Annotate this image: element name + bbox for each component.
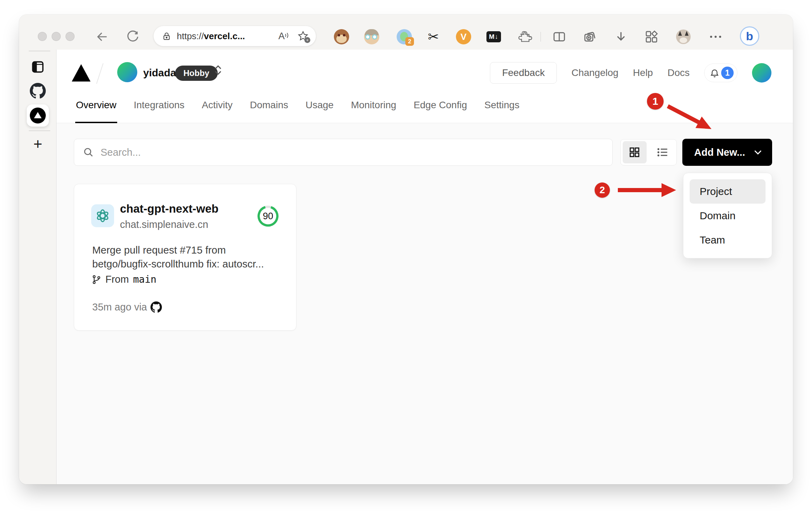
view-toggle xyxy=(620,139,677,165)
vercel-header: yidadaa Hobby Feedback Changelog Help Do… xyxy=(57,50,793,123)
team-avatar[interactable] xyxy=(117,62,137,82)
link-changelog[interactable]: Changelog xyxy=(571,67,618,78)
plus-icon: + xyxy=(33,137,42,151)
score-ring: 90 xyxy=(257,205,279,228)
apps-grid-icon xyxy=(645,30,658,44)
plan-badge: Hobby xyxy=(175,66,218,81)
search-box[interactable] xyxy=(74,139,613,166)
chevron-down-icon xyxy=(753,149,762,155)
traffic-light-minimize[interactable] xyxy=(52,32,61,41)
sidebar-item-vercel-active[interactable] xyxy=(27,104,49,127)
reload-button[interactable] xyxy=(126,30,140,44)
person-glasses-icon xyxy=(364,29,379,44)
project-domain[interactable]: chat.simplenaive.cn xyxy=(120,219,208,230)
markdown-icon: M↓ xyxy=(486,31,501,42)
list-view-button[interactable] xyxy=(651,141,675,163)
split-screen-icon xyxy=(552,30,566,44)
back-arrow-icon xyxy=(96,30,109,43)
extension-markdown[interactable]: M↓ xyxy=(486,29,501,44)
branch-name: main xyxy=(133,274,156,285)
vercel-content: Add New... xyxy=(57,123,793,484)
tab-activity[interactable]: Activity xyxy=(201,88,233,123)
sidebar-top-divider xyxy=(29,51,50,51)
globe-icon: 2 xyxy=(397,29,412,44)
search-icon xyxy=(83,146,94,158)
vercel-app-icon xyxy=(30,108,46,123)
url-host: vercel.c... xyxy=(204,31,245,41)
toolbar-divider xyxy=(541,32,541,42)
tab-monitoring[interactable]: Monitoring xyxy=(350,88,397,123)
v-circle-icon: V xyxy=(456,29,471,44)
extension-clipper[interactable]: ✂ xyxy=(426,29,441,44)
extension-tampermonkey[interactable] xyxy=(334,29,349,44)
back-button[interactable] xyxy=(95,30,109,44)
tab-usage[interactable]: Usage xyxy=(305,88,334,123)
dropdown-item-team[interactable]: Team xyxy=(690,228,766,252)
project-card[interactable]: chat-gpt-next-web chat.simplenaive.cn 90… xyxy=(74,184,296,331)
collections-icon xyxy=(582,29,597,44)
browser-sidebar: + xyxy=(19,50,57,484)
download-icon xyxy=(614,30,628,44)
cat-avatar xyxy=(676,29,691,44)
notifications-button[interactable]: 1 xyxy=(704,63,737,82)
sidebar-add-button[interactable]: + xyxy=(19,137,57,151)
sidebar-panel-button[interactable] xyxy=(19,59,57,75)
breadcrumb-slash xyxy=(96,63,103,84)
chevron-up-down-icon xyxy=(213,64,223,76)
grid-view-icon xyxy=(629,146,640,158)
tab-panel-icon xyxy=(30,59,45,75)
project-name[interactable]: chat-gpt-next-web xyxy=(120,202,218,215)
openai-logo-icon xyxy=(94,207,112,225)
star-add-badge: + xyxy=(304,37,310,43)
favorite-button[interactable]: + xyxy=(297,30,309,42)
commit-message: Merge pull request #715 from betgo/bugfi… xyxy=(92,243,281,271)
link-docs[interactable]: Docs xyxy=(667,67,690,78)
split-screen-button[interactable] xyxy=(552,29,567,44)
list-view-icon xyxy=(656,146,669,158)
user-avatar[interactable] xyxy=(752,63,771,83)
vercel-nav-tabs: Overview Integrations Activity Domains U… xyxy=(75,88,520,123)
dropdown-item-project[interactable]: Project xyxy=(690,179,766,204)
ellipsis-icon xyxy=(710,36,721,38)
browser-window: https://vercel.c... A + xyxy=(19,15,793,484)
tab-settings[interactable]: Settings xyxy=(484,88,520,123)
bell-icon xyxy=(709,67,720,78)
url-scheme: https:// xyxy=(177,31,204,41)
branch-row: From main xyxy=(92,274,156,285)
deploy-meta: 35m ago via xyxy=(92,301,162,313)
search-input[interactable] xyxy=(101,147,604,158)
url-text: https://vercel.c... xyxy=(177,31,278,42)
add-new-dropdown: Project Domain Team xyxy=(683,173,772,258)
extension-translate[interactable] xyxy=(364,29,379,44)
tab-domains[interactable]: Domains xyxy=(249,88,289,123)
extensions-menu-button[interactable] xyxy=(518,29,533,44)
extension-proxy[interactable]: 2 xyxy=(397,29,412,44)
feedback-button[interactable]: Feedback xyxy=(490,62,557,84)
vercel-logo[interactable] xyxy=(72,64,90,82)
team-switcher-button[interactable] xyxy=(213,64,223,77)
bing-chat-button[interactable]: b xyxy=(740,26,759,46)
score-value: 90 xyxy=(257,205,279,228)
more-menu-button[interactable] xyxy=(708,29,723,44)
sidebar-item-github[interactable] xyxy=(19,83,57,99)
git-branch-icon xyxy=(92,275,101,284)
link-help[interactable]: Help xyxy=(633,67,653,78)
downloads-button[interactable] xyxy=(613,29,629,44)
browser-profile-button[interactable] xyxy=(676,29,691,44)
sound-waves-icon xyxy=(285,31,290,40)
apps-launcher-button[interactable] xyxy=(644,29,659,44)
grid-view-button[interactable] xyxy=(623,141,647,163)
extension-v2ex[interactable]: V xyxy=(456,29,471,44)
traffic-light-zoom[interactable] xyxy=(66,32,75,41)
address-bar[interactable]: https://vercel.c... A + xyxy=(154,26,316,46)
tab-integrations[interactable]: Integrations xyxy=(133,88,185,123)
sidebar-divider xyxy=(29,130,50,131)
dropdown-item-domain[interactable]: Domain xyxy=(690,204,766,228)
collections-button[interactable] xyxy=(582,29,597,44)
traffic-light-close[interactable] xyxy=(38,32,47,41)
read-aloud-button[interactable]: A xyxy=(278,31,290,42)
tab-edge-config[interactable]: Edge Config xyxy=(413,88,468,123)
tab-overview[interactable]: Overview xyxy=(75,88,117,123)
branch-label: From xyxy=(105,274,129,285)
add-new-button[interactable]: Add New... xyxy=(682,139,772,166)
